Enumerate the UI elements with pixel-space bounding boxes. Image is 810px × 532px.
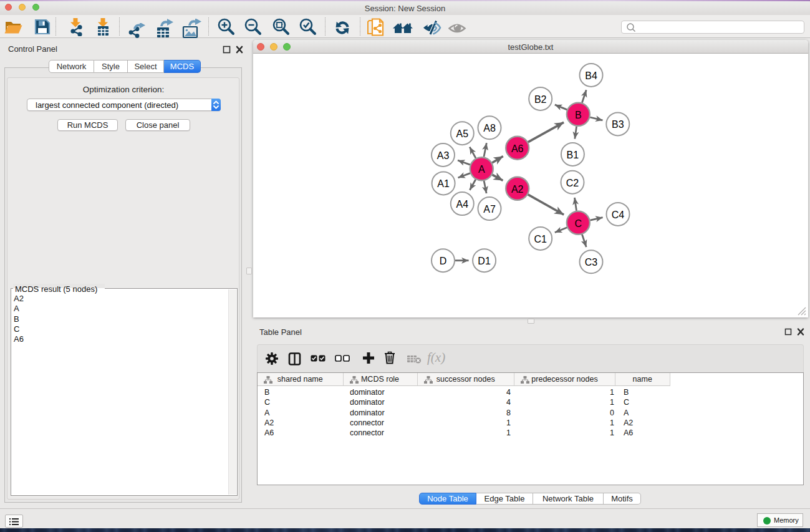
svg-text:A2: A2	[511, 184, 524, 195]
svg-text:C2: C2	[566, 178, 579, 188]
svg-text:B2: B2	[534, 94, 547, 105]
svg-text:B1: B1	[567, 150, 579, 160]
svg-text:A5: A5	[456, 128, 469, 139]
svg-text:A1: A1	[437, 178, 450, 189]
svg-text:C4: C4	[612, 210, 625, 220]
svg-text:A7: A7	[483, 204, 496, 215]
svg-text:C1: C1	[534, 234, 547, 244]
svg-text:A8: A8	[483, 123, 496, 133]
svg-text:A3: A3	[437, 150, 450, 161]
svg-text:B: B	[575, 110, 582, 120]
svg-text:A4: A4	[456, 199, 469, 210]
svg-text:B4: B4	[585, 70, 597, 81]
svg-text:D: D	[440, 256, 447, 266]
svg-text:C: C	[575, 218, 582, 229]
svg-text:D1: D1	[478, 256, 491, 266]
svg-text:A: A	[478, 164, 485, 175]
svg-text:A6: A6	[511, 143, 524, 154]
svg-text:C3: C3	[585, 257, 598, 268]
svg-text:B3: B3	[612, 119, 624, 130]
